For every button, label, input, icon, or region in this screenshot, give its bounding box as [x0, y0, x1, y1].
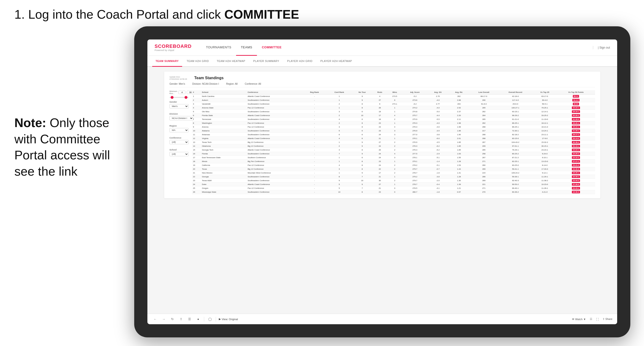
- cell-school: Oklahoma: [201, 144, 247, 148]
- range-slider[interactable]: [170, 97, 188, 98]
- region-select[interactable]: N/A: [170, 128, 188, 132]
- toolbar-refresh-btn[interactable]: ↻: [170, 316, 175, 322]
- sub-nav-player-h2h-grid[interactable]: PLAYER H2H GRID: [284, 56, 316, 67]
- table-row: 9 Arizona Pac-12 Conference - 3 8 23 4 2…: [192, 125, 595, 129]
- cell-vs-top50: 35-14-0: [557, 137, 595, 141]
- cell-wins: 1: [387, 106, 402, 110]
- cell-rank: 18: [192, 160, 201, 164]
- toolbar-share-btn[interactable]: ⇧: [178, 316, 184, 322]
- cell-rnds: 4: [372, 95, 387, 98]
- panel-title: Team Standings: [194, 76, 223, 80]
- cell-no-tour: 6: [352, 137, 372, 141]
- cell-conf: Southeastern Conference: [246, 98, 302, 102]
- toolbar-time-btn[interactable]: ◯: [207, 316, 213, 322]
- cell-rnds: 27: [372, 182, 387, 186]
- cell-low: 271: [470, 186, 498, 190]
- cell-vs-top25: 18-12-1: [533, 121, 557, 125]
- logo-sub: Powered by clippd: [154, 49, 192, 51]
- cell-overall: 63-15-1: [498, 110, 532, 114]
- cell-vs-top25: 9-10-1: [533, 156, 557, 160]
- cell-rank: 7: [192, 118, 201, 121]
- cell-avg-rd: 1.53: [448, 164, 470, 167]
- cell-school: Texas: [201, 167, 247, 171]
- cell-avg-sg: -5.1: [428, 156, 448, 160]
- sub-nav-team-summary[interactable]: TEAM SUMMARY: [152, 56, 182, 67]
- toolbar-watch-btn[interactable]: 👁 Watch ▼: [572, 318, 586, 321]
- cell-wins: 3: [387, 156, 402, 160]
- toolbar-bookmark-btn[interactable]: ☰: [187, 316, 192, 322]
- cell-avg-sg: -0.7: [428, 167, 448, 171]
- cell-avg-sg: -3.5: [428, 141, 448, 144]
- cell-conf: Big 12 Conference: [246, 144, 302, 148]
- cell-wins: 0: [387, 190, 402, 194]
- cell-low: 268: [470, 137, 498, 141]
- division-select[interactable]: NCAA Division I: [170, 116, 194, 120]
- cell-adj-score: 275.9: [402, 118, 428, 121]
- filters-sidebar: Minimum Rou... Gender Men's: [170, 90, 188, 194]
- cell-adj-score: 276.1: [402, 137, 428, 141]
- cell-avg-rd: 203: [448, 102, 470, 106]
- cell-avg-rd: 262: [448, 95, 470, 98]
- cell-vs-top25: 23-11-1: [533, 133, 557, 137]
- cell-school: Mississippi State: [201, 190, 247, 194]
- cell-school: East Tennessee State: [201, 156, 247, 160]
- nav-item-teams[interactable]: TEAMS: [236, 39, 257, 56]
- school-select[interactable]: (All): [170, 152, 188, 156]
- toolbar-search-btn[interactable]: ●: [195, 316, 201, 322]
- cell-avg-rd: 2.37: [448, 110, 470, 114]
- cell-vs-top25: 11-28-1: [533, 186, 557, 190]
- cell-no-tour: 8: [352, 106, 372, 110]
- cell-conf-rank: 1: [326, 106, 352, 110]
- sub-nav-player-h2h-heatmap[interactable]: PLAYER H2H HEATMAP: [317, 56, 356, 67]
- cell-rank: 17: [192, 156, 201, 160]
- cell-no-tour: 6: [352, 118, 372, 121]
- cell-rank: 15: [192, 148, 201, 152]
- cell-rank: 26: [192, 190, 201, 194]
- cell-wins: 273.5: [387, 95, 402, 98]
- cell-school: Alabama: [201, 129, 247, 133]
- sub-nav-team-h2h-grid[interactable]: TEAM H2H GRID: [183, 56, 212, 67]
- cell-no-tour: 10: [352, 114, 372, 118]
- cell-avg-sg: -3.8: [428, 175, 448, 179]
- table-row: 16 Florida Southeastern Conference - 7 9…: [192, 152, 595, 156]
- cell-rank: 4: [192, 106, 201, 110]
- cell-avg-rd: 1.44: [448, 167, 470, 171]
- toolbar-forward-btn[interactable]: →: [161, 316, 166, 322]
- toolbar-share-btn2[interactable]: ⇧ Share: [602, 318, 612, 321]
- cell-avg-rd: 1.98: [448, 121, 470, 125]
- cell-vs-top50: 80.64: [557, 102, 595, 106]
- cell-wins: 2: [387, 164, 402, 167]
- col-rank: #: [192, 90, 201, 95]
- cell-reg-rank: -: [302, 118, 326, 121]
- sub-nav-team-h2h-heatmap[interactable]: TEAM H2H HEATMAP: [213, 56, 248, 67]
- nav-item-tournaments[interactable]: TOURNAMENTS: [201, 39, 236, 56]
- cell-conf-rank: 3: [326, 167, 352, 171]
- conference-select[interactable]: (All): [170, 140, 188, 144]
- col-wins: Wins: [387, 90, 402, 95]
- table-row: 2 Auburn Southeastern Conference - 1 9 2…: [192, 98, 595, 102]
- cell-rnds: 27: [372, 98, 387, 102]
- toolbar-expand-btn[interactable]: ⛶: [596, 318, 599, 321]
- gender-select[interactable]: Men's: [170, 104, 188, 108]
- cell-rank: 21: [192, 171, 201, 175]
- cell-conf: Pac-12 Conference: [246, 186, 302, 190]
- sub-nav-player-summary[interactable]: PLAYER SUMMARY: [250, 56, 282, 67]
- cell-wins: 2: [387, 148, 402, 152]
- toolbar-annotation-btn[interactable]: ☷: [590, 318, 592, 321]
- cell-conf: Southern Conference: [246, 156, 302, 160]
- cell-no-tour: 7: [352, 175, 372, 179]
- sign-out-button[interactable]: | Sign out: [593, 46, 610, 49]
- cell-vs-top25: 17-9-0: [533, 137, 557, 141]
- toolbar-back-btn[interactable]: ←: [152, 316, 158, 322]
- cell-wins: 274.1: [387, 102, 402, 106]
- cell-overall: 87-21-2: [498, 156, 532, 160]
- cell-conf-rank: 1: [326, 141, 352, 144]
- cell-vs-top50: 44-24-1: [557, 148, 595, 152]
- cell-conf-rank: 1: [326, 98, 352, 102]
- nav-item-committee[interactable]: COMMITTEE: [257, 39, 286, 56]
- min-rounds-input-1[interactable]: [178, 91, 186, 94]
- standings-table-area: # School Conference Reg Rank Conf Rank N…: [192, 90, 595, 194]
- toolbar-view-original[interactable]: ▶ View: Original: [219, 318, 238, 321]
- col-avg-sg: Avg. SG: [428, 90, 448, 95]
- cell-rank: 13: [192, 141, 201, 144]
